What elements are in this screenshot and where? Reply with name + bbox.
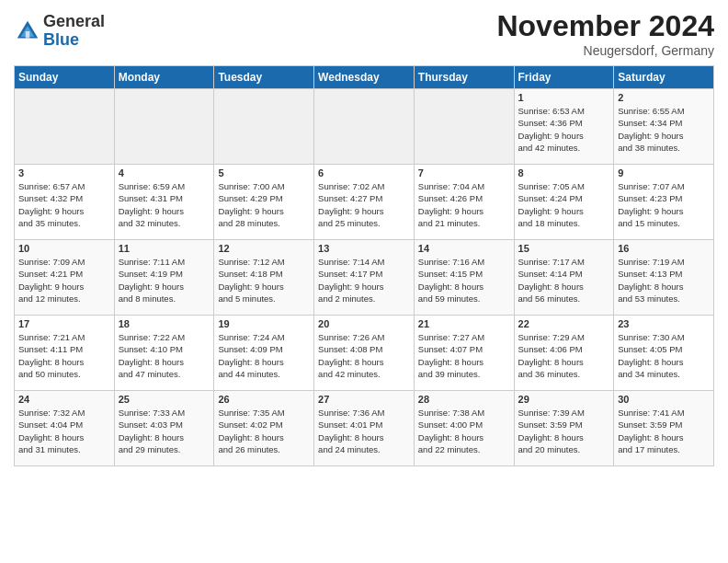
day-info: Sunrise: 7:21 AM Sunset: 4:11 PM Dayligh… <box>18 331 110 380</box>
calendar-cell: 11Sunrise: 7:11 AM Sunset: 4:19 PM Dayli… <box>114 240 214 316</box>
day-number: 2 <box>618 92 710 103</box>
day-number: 19 <box>218 318 310 329</box>
day-info: Sunrise: 7:33 AM Sunset: 4:03 PM Dayligh… <box>119 407 210 455</box>
calendar-cell: 21Sunrise: 7:27 AM Sunset: 4:07 PM Dayli… <box>414 316 514 391</box>
header-thursday: Thursday <box>414 66 514 89</box>
day-info: Sunrise: 7:11 AM Sunset: 4:19 PM Dayligh… <box>119 256 210 304</box>
calendar: Sunday Monday Tuesday Wednesday Thursday… <box>14 65 714 466</box>
calendar-week-5: 24Sunrise: 7:32 AM Sunset: 4:04 PM Dayli… <box>15 391 714 466</box>
day-info: Sunrise: 7:02 AM Sunset: 4:27 PM Dayligh… <box>318 180 410 229</box>
header-monday: Monday <box>114 66 214 89</box>
title-block: November 2024 Neugersdorf, Germany <box>496 9 714 58</box>
month-title: November 2024 <box>496 9 714 43</box>
calendar-cell <box>414 89 514 165</box>
day-info: Sunrise: 7:30 AM Sunset: 4:05 PM Dayligh… <box>618 331 710 380</box>
logo-icon <box>14 17 41 45</box>
day-number: 18 <box>119 318 210 329</box>
calendar-cell: 29Sunrise: 7:39 AM Sunset: 3:59 PM Dayli… <box>514 391 614 466</box>
header: General Blue November 2024 Neugersdorf, … <box>14 9 714 58</box>
day-number: 6 <box>318 167 410 178</box>
day-info: Sunrise: 7:22 AM Sunset: 4:10 PM Dayligh… <box>119 331 210 380</box>
calendar-cell: 2Sunrise: 6:55 AM Sunset: 4:34 PM Daylig… <box>614 89 714 165</box>
header-tuesday: Tuesday <box>214 66 314 89</box>
day-info: Sunrise: 7:05 AM Sunset: 4:24 PM Dayligh… <box>518 180 610 229</box>
day-number: 16 <box>618 243 710 254</box>
day-info: Sunrise: 7:12 AM Sunset: 4:18 PM Dayligh… <box>218 256 310 304</box>
calendar-cell: 9Sunrise: 7:07 AM Sunset: 4:23 PM Daylig… <box>614 165 714 240</box>
day-number: 26 <box>218 394 310 405</box>
calendar-week-4: 17Sunrise: 7:21 AM Sunset: 4:11 PM Dayli… <box>15 316 714 391</box>
calendar-cell: 15Sunrise: 7:17 AM Sunset: 4:14 PM Dayli… <box>514 240 614 316</box>
calendar-cell: 16Sunrise: 7:19 AM Sunset: 4:13 PM Dayli… <box>614 240 714 316</box>
header-saturday: Saturday <box>614 66 714 89</box>
header-wednesday: Wednesday <box>314 66 415 89</box>
calendar-cell: 17Sunrise: 7:21 AM Sunset: 4:11 PM Dayli… <box>15 316 115 391</box>
day-number: 24 <box>18 394 110 405</box>
day-info: Sunrise: 7:04 AM Sunset: 4:26 PM Dayligh… <box>418 180 510 229</box>
calendar-cell: 4Sunrise: 6:59 AM Sunset: 4:31 PM Daylig… <box>114 165 214 240</box>
calendar-cell: 7Sunrise: 7:04 AM Sunset: 4:26 PM Daylig… <box>414 165 514 240</box>
day-info: Sunrise: 7:24 AM Sunset: 4:09 PM Dayligh… <box>218 331 310 380</box>
day-number: 21 <box>418 318 510 329</box>
day-info: Sunrise: 6:59 AM Sunset: 4:31 PM Dayligh… <box>119 180 210 229</box>
day-number: 25 <box>119 394 210 405</box>
weekday-header-row: Sunday Monday Tuesday Wednesday Thursday… <box>15 66 714 89</box>
day-number: 14 <box>418 243 510 254</box>
day-info: Sunrise: 7:07 AM Sunset: 4:23 PM Dayligh… <box>618 180 710 229</box>
header-sunday: Sunday <box>15 66 115 89</box>
day-number: 30 <box>618 394 710 405</box>
day-number: 5 <box>218 167 310 178</box>
calendar-week-2: 3Sunrise: 6:57 AM Sunset: 4:32 PM Daylig… <box>15 165 714 240</box>
day-info: Sunrise: 7:35 AM Sunset: 4:02 PM Dayligh… <box>218 407 310 455</box>
calendar-week-1: 1Sunrise: 6:53 AM Sunset: 4:36 PM Daylig… <box>15 89 714 165</box>
day-info: Sunrise: 7:26 AM Sunset: 4:08 PM Dayligh… <box>318 331 410 380</box>
calendar-cell: 13Sunrise: 7:14 AM Sunset: 4:17 PM Dayli… <box>314 240 415 316</box>
location: Neugersdorf, Germany <box>496 43 714 58</box>
day-info: Sunrise: 7:41 AM Sunset: 3:59 PM Dayligh… <box>618 407 710 455</box>
day-info: Sunrise: 7:27 AM Sunset: 4:07 PM Dayligh… <box>418 331 510 380</box>
day-info: Sunrise: 7:19 AM Sunset: 4:13 PM Dayligh… <box>618 256 710 304</box>
logo: General Blue <box>14 13 105 50</box>
calendar-cell: 28Sunrise: 7:38 AM Sunset: 4:00 PM Dayli… <box>414 391 514 466</box>
calendar-cell <box>314 89 415 165</box>
calendar-cell: 12Sunrise: 7:12 AM Sunset: 4:18 PM Dayli… <box>214 240 314 316</box>
calendar-cell: 1Sunrise: 6:53 AM Sunset: 4:36 PM Daylig… <box>514 89 614 165</box>
calendar-cell <box>114 89 214 165</box>
day-number: 20 <box>318 318 410 329</box>
calendar-cell: 14Sunrise: 7:16 AM Sunset: 4:15 PM Dayli… <box>414 240 514 316</box>
day-number: 3 <box>18 167 110 178</box>
day-info: Sunrise: 6:57 AM Sunset: 4:32 PM Dayligh… <box>18 180 110 229</box>
day-info: Sunrise: 7:36 AM Sunset: 4:01 PM Dayligh… <box>318 407 410 455</box>
calendar-cell <box>15 89 115 165</box>
calendar-cell: 30Sunrise: 7:41 AM Sunset: 3:59 PM Dayli… <box>614 391 714 466</box>
logo-blue: Blue <box>43 31 105 50</box>
day-number: 7 <box>418 167 510 178</box>
day-number: 12 <box>218 243 310 254</box>
day-info: Sunrise: 7:29 AM Sunset: 4:06 PM Dayligh… <box>518 331 610 380</box>
calendar-cell: 24Sunrise: 7:32 AM Sunset: 4:04 PM Dayli… <box>15 391 115 466</box>
calendar-cell: 6Sunrise: 7:02 AM Sunset: 4:27 PM Daylig… <box>314 165 415 240</box>
calendar-cell: 25Sunrise: 7:33 AM Sunset: 4:03 PM Dayli… <box>114 391 214 466</box>
day-number: 8 <box>518 167 610 178</box>
day-number: 10 <box>18 243 110 254</box>
day-number: 28 <box>418 394 510 405</box>
header-friday: Friday <box>514 66 614 89</box>
calendar-cell: 10Sunrise: 7:09 AM Sunset: 4:21 PM Dayli… <box>15 240 115 316</box>
day-info: Sunrise: 7:32 AM Sunset: 4:04 PM Dayligh… <box>18 407 110 455</box>
day-info: Sunrise: 7:00 AM Sunset: 4:29 PM Dayligh… <box>218 180 310 229</box>
calendar-cell: 3Sunrise: 6:57 AM Sunset: 4:32 PM Daylig… <box>15 165 115 240</box>
day-info: Sunrise: 6:55 AM Sunset: 4:34 PM Dayligh… <box>618 105 710 154</box>
calendar-cell: 8Sunrise: 7:05 AM Sunset: 4:24 PM Daylig… <box>514 165 614 240</box>
page: General Blue November 2024 Neugersdorf, … <box>0 0 728 563</box>
day-info: Sunrise: 6:53 AM Sunset: 4:36 PM Dayligh… <box>518 105 610 154</box>
calendar-cell: 26Sunrise: 7:35 AM Sunset: 4:02 PM Dayli… <box>214 391 314 466</box>
day-number: 4 <box>119 167 210 178</box>
svg-rect-2 <box>26 31 30 39</box>
day-number: 23 <box>618 318 710 329</box>
calendar-cell: 23Sunrise: 7:30 AM Sunset: 4:05 PM Dayli… <box>614 316 714 391</box>
day-number: 22 <box>518 318 610 329</box>
logo-text: General Blue <box>43 13 105 50</box>
logo-general: General <box>43 13 105 31</box>
day-info: Sunrise: 7:16 AM Sunset: 4:15 PM Dayligh… <box>418 256 510 304</box>
calendar-week-3: 10Sunrise: 7:09 AM Sunset: 4:21 PM Dayli… <box>15 240 714 316</box>
